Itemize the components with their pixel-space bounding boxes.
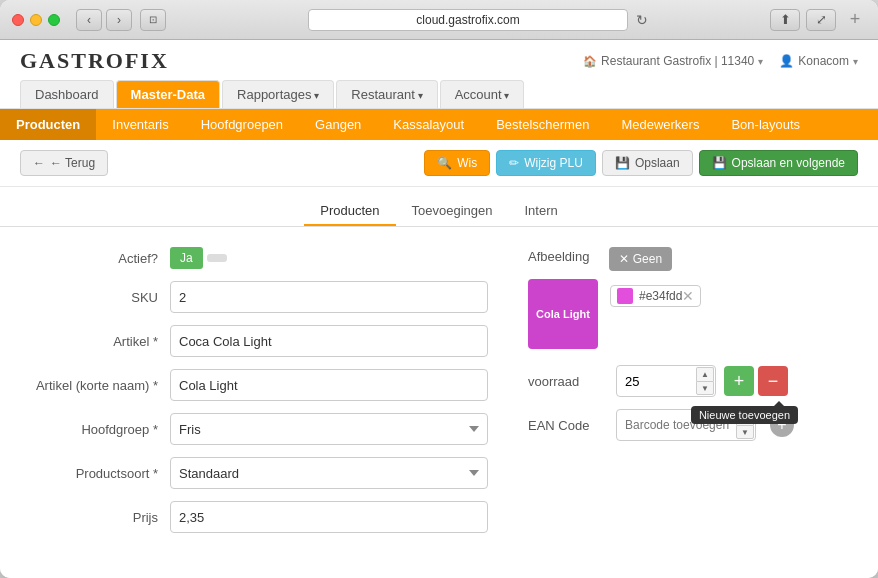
back-browser-button[interactable]: ‹ [76, 9, 102, 31]
actief-label: Actief? [30, 251, 170, 266]
voorraad-spin-up[interactable]: ▲ [696, 367, 714, 381]
close-button[interactable] [12, 14, 24, 26]
actief-on-button[interactable]: Ja [170, 247, 203, 269]
artikel-row: Artikel * [30, 325, 488, 357]
user-info: 👤 Konacom ▾ [779, 54, 858, 68]
artikel-input[interactable] [170, 325, 488, 357]
restaurant-label: Restaurant Gastrofix | 11340 [601, 54, 754, 68]
opslaan-label: Opslaan [635, 156, 680, 170]
artikel-kort-input[interactable] [170, 369, 488, 401]
forward-browser-button[interactable]: › [106, 9, 132, 31]
color-swatch [617, 288, 633, 304]
browser-nav-buttons: ‹ › [76, 9, 132, 31]
reload-button[interactable]: ↻ [636, 12, 648, 28]
wis-label: Wis [457, 156, 477, 170]
action-bar: ← ← Terug 🔍 Wis ✏ Wijzig PLU 💾 Opslaan [0, 140, 878, 187]
voorraad-label: voorraad [528, 374, 608, 389]
opslaan-volgende-label: Opslaan en volgende [732, 156, 845, 170]
user-dropdown-icon[interactable]: ▾ [853, 56, 858, 67]
afbeelding-row: Cola Light #e34fdd ✕ [528, 279, 848, 349]
inner-tab-intern[interactable]: Intern [508, 197, 573, 226]
url-input[interactable] [308, 9, 628, 31]
address-bar: ↻ [174, 9, 762, 31]
prijs-input[interactable] [170, 501, 488, 533]
add-btns: + − Nieuwe toevoegen [724, 366, 788, 396]
subnav-bon-layouts[interactable]: Bon-layouts [715, 109, 816, 140]
sub-nav: Producten Inventaris Hoofdgroepen Gangen… [0, 109, 878, 140]
subnav-gangen[interactable]: Gangen [299, 109, 377, 140]
browser-toolbar-right: ⬆ ⤢ [770, 9, 836, 31]
tab-view-button[interactable]: ⊡ [140, 9, 166, 31]
tab-dashboard[interactable]: Dashboard [20, 80, 114, 108]
share-button[interactable]: ⬆ [770, 9, 800, 31]
opslaan-volgende-button[interactable]: 💾 Opslaan en volgende [699, 150, 858, 176]
tab-rapportages[interactable]: Rapportages [222, 80, 334, 108]
artikel-label: Artikel * [30, 334, 170, 349]
artikel-kort-row: Artikel (korte naam) * [30, 369, 488, 401]
top-header: GASTROFIX 🏠 Restaurant Gastrofix | 11340… [0, 40, 878, 109]
voorraad-spin-down[interactable]: ▼ [696, 381, 714, 395]
productsoort-row: Productsoort * Standaard [30, 457, 488, 489]
product-image: Cola Light [528, 279, 598, 349]
hoofdgroep-select[interactable]: Fris [170, 413, 488, 445]
home-icon: 🏠 [583, 55, 597, 68]
back-label: ← Terug [50, 156, 95, 170]
inner-tab-producten[interactable]: Producten [304, 197, 395, 226]
hoofdgroep-label: Hoofdgroep * [30, 422, 170, 437]
back-button[interactable]: ← ← Terug [20, 150, 108, 176]
fullscreen-button[interactable]: ⤢ [806, 9, 836, 31]
sku-input[interactable] [170, 281, 488, 313]
productsoort-select[interactable]: Standaard [170, 457, 488, 489]
tab-account[interactable]: Account [440, 80, 525, 108]
actief-off-button[interactable] [207, 254, 227, 262]
form-area: Actief? Ja SKU Artikel * [0, 227, 878, 565]
voorraad-add-button[interactable]: + [724, 366, 754, 396]
wis-button[interactable]: 🔍 Wis [424, 150, 490, 176]
geen-button[interactable]: ✕ Geen [609, 247, 672, 271]
header-right: 🏠 Restaurant Gastrofix | 11340 ▾ 👤 Konac… [583, 54, 858, 68]
logo: GASTROFIX [20, 48, 169, 74]
wijzig-plu-button[interactable]: ✏ Wijzig PLU [496, 150, 596, 176]
traffic-lights [12, 14, 60, 26]
new-tab-button[interactable]: + [844, 9, 866, 31]
subnav-kassalayout[interactable]: Kassalayout [377, 109, 480, 140]
voorraad-remove-button[interactable]: − [758, 366, 788, 396]
color-clear-button[interactable]: ✕ [682, 288, 694, 304]
opslaan-volgende-icon: 💾 [712, 156, 727, 170]
voorraad-input-wrap: ▲ ▼ [616, 365, 716, 397]
minimize-button[interactable] [30, 14, 42, 26]
title-bar: ‹ › ⊡ ↻ ⬆ ⤢ + [0, 0, 878, 40]
opslaan-button[interactable]: 💾 Opslaan [602, 150, 693, 176]
hoofdgroep-row: Hoofdgroep * Fris [30, 413, 488, 445]
subnav-bestelschermen[interactable]: Bestelschermen [480, 109, 605, 140]
restaurant-dropdown-icon[interactable]: ▾ [758, 56, 763, 67]
prijs-label: Prijs [30, 510, 170, 525]
tab-restaurant[interactable]: Restaurant [336, 80, 437, 108]
prijs-row: Prijs [30, 501, 488, 533]
ean-row: EAN Code ▲ ▼ + [528, 409, 848, 441]
action-btns-right: 🔍 Wis ✏ Wijzig PLU 💾 Opslaan 💾 Opslaan e… [424, 150, 858, 176]
ean-label: EAN Code [528, 418, 608, 433]
subnav-hoofdgroepen[interactable]: Hoofdgroepen [185, 109, 299, 140]
subnav-inventaris[interactable]: Inventaris [96, 109, 184, 140]
user-label: Konacom [798, 54, 849, 68]
color-value: #e34fdd [639, 289, 682, 303]
subnav-medewerkers[interactable]: Medewerkers [605, 109, 715, 140]
user-icon: 👤 [779, 54, 794, 68]
tab-master-data[interactable]: Master-Data [116, 80, 220, 108]
barcode-spin-down[interactable]: ▼ [736, 425, 754, 439]
inner-tabs: Producten Toevoegingen Intern [0, 187, 878, 227]
subnav-producten[interactable]: Producten [0, 109, 96, 140]
wijzig-icon: ✏ [509, 156, 519, 170]
voorraad-row: voorraad ▲ ▼ + − Nieuwe toevoegen [528, 365, 848, 397]
wijzig-label: Wijzig PLU [524, 156, 583, 170]
sku-label: SKU [30, 290, 170, 305]
maximize-button[interactable] [48, 14, 60, 26]
actief-toggle: Ja [170, 247, 227, 269]
form-left: Actief? Ja SKU Artikel * [30, 247, 488, 545]
opslaan-icon: 💾 [615, 156, 630, 170]
sku-row: SKU [30, 281, 488, 313]
inner-tab-toevoegingen[interactable]: Toevoegingen [396, 197, 509, 226]
actief-row: Actief? Ja [30, 247, 488, 269]
voorraad-spin: ▲ ▼ [696, 367, 714, 395]
